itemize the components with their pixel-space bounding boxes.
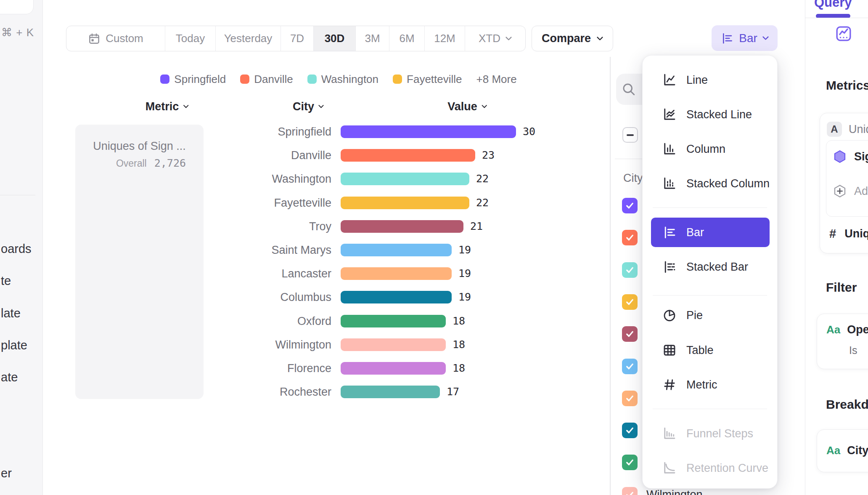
table-grid-icon — [662, 343, 677, 358]
sidebar-item[interactable]: er — [1, 466, 12, 480]
legend-item[interactable]: Washington — [307, 73, 378, 86]
chart-row: Lancaster19 — [202, 262, 614, 285]
bar[interactable] — [341, 291, 452, 303]
bar[interactable] — [341, 220, 463, 233]
bar-value-label: 17 — [447, 380, 459, 404]
signup-row[interactable]: Sig — [832, 148, 868, 165]
filter-card[interactable]: Aa Ope Is i — [817, 314, 868, 369]
series-checkbox[interactable] — [622, 262, 638, 278]
column-header-metric[interactable]: Metric — [146, 100, 189, 113]
sidebar-item[interactable]: late — [1, 306, 21, 320]
column-header-city[interactable]: City — [293, 100, 324, 113]
check-icon — [625, 232, 635, 243]
sidebar-item[interactable]: oards — [1, 242, 32, 256]
check-icon — [625, 425, 635, 436]
date-range-xtd[interactable]: XTD — [465, 26, 525, 51]
sidebar-divider — [0, 195, 35, 195]
menu-item-column[interactable]: Column — [643, 132, 777, 166]
chart-row: Saint Marys19 — [202, 238, 614, 262]
event-row[interactable]: A Uniq — [827, 121, 868, 138]
date-range-yesterday[interactable]: Yesterday — [216, 26, 281, 51]
bar[interactable] — [341, 267, 452, 280]
funnel-steps-icon — [662, 426, 677, 441]
menu-item-stacked-line[interactable]: Stacked Line — [643, 97, 777, 132]
date-range-30d[interactable]: 30D — [314, 26, 356, 51]
chart-type-button[interactable]: Bar — [712, 25, 778, 51]
bar[interactable] — [341, 362, 446, 375]
menu-item-pie[interactable]: Pie — [643, 298, 777, 333]
check-icon — [625, 393, 635, 404]
bar-value-label: 18 — [453, 333, 465, 357]
series-checkbox[interactable] — [622, 230, 638, 245]
bar[interactable] — [341, 315, 446, 327]
menu-item-funnel-steps: Funnel Steps — [643, 416, 777, 451]
menu-item-table[interactable]: Table — [643, 333, 777, 367]
metric-overall-row: Overall2,726 — [75, 157, 204, 169]
menu-item-stacked-column[interactable]: Stacked Column — [643, 166, 777, 201]
menu-item-metric[interactable]: Metric — [643, 367, 777, 402]
select-all-checkbox[interactable] — [622, 127, 638, 143]
metric-summary-card[interactable]: Uniques of Sign ... Overall2,726 — [75, 125, 204, 399]
bar[interactable] — [341, 173, 469, 185]
date-range-6m[interactable]: 6M — [389, 26, 425, 51]
bar-category-label: Oxford — [202, 309, 331, 333]
series-checkbox[interactable] — [622, 487, 638, 495]
sidebar-search-box[interactable] — [0, 0, 34, 14]
date-range-7d[interactable]: 7D — [281, 26, 314, 51]
breakdown-property-row[interactable]: Aa City — [826, 442, 868, 458]
bar[interactable] — [341, 386, 440, 398]
date-range-custom[interactable]: Custom — [66, 26, 165, 51]
legend-item[interactable]: Danville — [240, 73, 293, 86]
date-range-3m[interactable]: 3M — [356, 26, 389, 51]
menu-item-bar-selected[interactable]: Bar — [651, 218, 770, 247]
bar-category-label: Florence — [202, 357, 331, 380]
legend-label: Springfield — [174, 73, 226, 86]
chart-row: Fayetteville22 — [202, 191, 614, 215]
date-range-today[interactable]: Today — [165, 26, 216, 51]
sidebar-item[interactable]: plate — [1, 338, 27, 352]
column-chart-icon — [662, 141, 677, 157]
legend-more-button[interactable]: +8 More — [476, 73, 517, 86]
measure-row[interactable]: # Uniqu — [829, 225, 868, 242]
series-checkbox[interactable] — [622, 294, 638, 310]
series-checkbox[interactable] — [622, 455, 638, 470]
tab-query[interactable]: Query — [814, 0, 852, 10]
legend-item[interactable]: Fayetteville — [393, 73, 462, 86]
chart-row: Florence18 — [202, 357, 614, 380]
series-checkbox[interactable] — [622, 391, 638, 406]
legend-swatch — [160, 75, 169, 84]
bar-value-label: 19 — [458, 285, 471, 309]
bar[interactable] — [341, 149, 475, 162]
stacked-line-chart-icon — [662, 107, 677, 122]
bar[interactable] — [341, 244, 452, 256]
bar-value-label: 18 — [453, 357, 465, 380]
legend-item[interactable]: Springfield — [160, 73, 226, 86]
menu-item-stacked-bar[interactable]: Stacked Bar — [643, 250, 777, 284]
filter-property-row[interactable]: Aa Ope — [826, 322, 868, 338]
sidebar-item[interactable]: ate — [1, 370, 18, 384]
series-checkbox[interactable] — [622, 359, 638, 374]
breakdown-card[interactable]: Aa City — [817, 429, 868, 472]
metrics-card[interactable]: A Uniq Sig Ad # Uniqu — [820, 113, 868, 253]
check-icon — [625, 200, 635, 211]
chart-row: Rochester17 — [202, 380, 614, 404]
compare-button[interactable]: Compare — [532, 26, 613, 51]
series-group-label: City — [623, 172, 643, 185]
menu-item-line[interactable]: Line — [643, 63, 777, 97]
chevron-down-icon — [505, 37, 512, 41]
bar[interactable] — [341, 197, 469, 209]
metrics-heading: Metrics — [826, 78, 868, 93]
series-checkbox[interactable] — [622, 423, 638, 438]
bar[interactable] — [341, 338, 446, 351]
calendar-icon — [88, 32, 101, 45]
date-range-12m[interactable]: 12M — [425, 26, 465, 51]
chart-row: Columbus19 — [202, 285, 614, 309]
column-header-value[interactable]: Value — [447, 100, 487, 113]
filter-operator-row[interactable]: Is i — [849, 343, 868, 358]
bar[interactable] — [341, 125, 516, 138]
add-row[interactable]: Ad — [832, 183, 868, 200]
series-checkbox[interactable] — [622, 326, 638, 342]
sidebar-item[interactable]: te — [1, 274, 11, 288]
bar-chart-icon — [662, 225, 677, 240]
series-checkbox[interactable] — [622, 198, 638, 213]
